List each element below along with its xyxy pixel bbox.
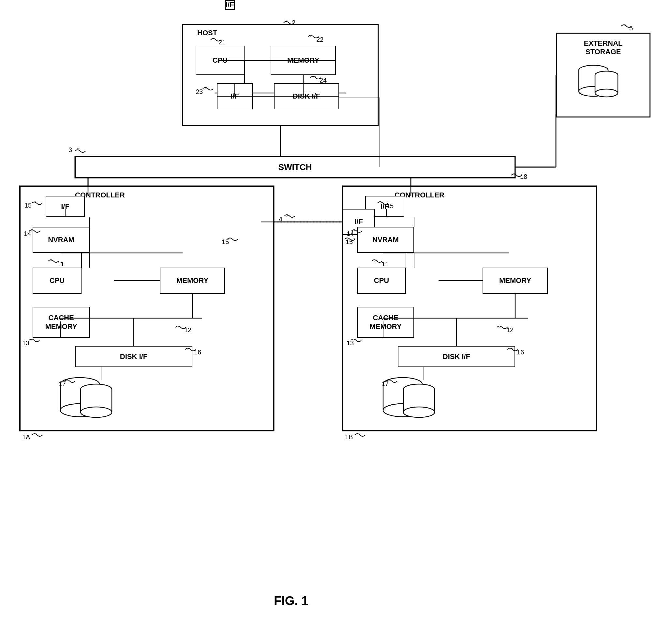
host-memory-box: MEMORY	[271, 46, 336, 75]
ctrl-right-nvram-ref: 14	[347, 230, 354, 238]
svg-point-56	[80, 407, 112, 417]
ctrl-right-disk-if-box: DISK I/F	[398, 346, 515, 367]
host-if-box: I/F	[217, 83, 253, 109]
ctrl-right-cache-ref: 13	[347, 339, 354, 347]
ctrl-left-cache-ref: 13	[22, 339, 29, 347]
ctrl-left-cache-box: CACHEMEMORY	[33, 307, 90, 338]
ctrl-left-nvram-label: NVRAM	[48, 236, 74, 244]
ctrl-left-nvram-box: NVRAM	[33, 227, 90, 253]
svg-point-66	[403, 407, 435, 417]
host-memory-label: MEMORY	[287, 56, 319, 65]
ctrl-left-if2-box: I/F	[225, 0, 235, 10]
ctrl-left-disk-if-label: DISK I/F	[120, 352, 147, 361]
external-storage-label: EXTERNALSTORAGE	[561, 39, 645, 56]
ctrl-right-cpu-box: CPU	[357, 268, 406, 294]
ctrl-right-if1-ref: 15	[386, 202, 394, 210]
host-label: HOST	[197, 29, 217, 37]
ctrl-right-disk-if-ref: 16	[517, 349, 524, 356]
ctrl-right-if2-ref: 15	[346, 238, 353, 246]
figure-label: FIG. 1	[274, 594, 308, 608]
switch-ref: 3	[69, 146, 72, 154]
switch-box: SWITCH	[75, 157, 515, 178]
host-if-ref: 23	[196, 88, 203, 96]
ctrl-left-cpu-ref: 11	[57, 261, 64, 268]
ctrl-left-disk-ref: 17	[59, 380, 66, 388]
host-disk-if-ref: 24	[320, 77, 327, 84]
ctrl-left-if1-ref: 15	[25, 202, 32, 209]
ctrl-right-memory-ref: 12	[507, 326, 514, 334]
ctrl-right-disk-if-label: DISK I/F	[443, 352, 470, 361]
ctrl-left-memory-box: MEMORY	[160, 268, 225, 294]
external-storage-ref: 5	[629, 25, 633, 32]
external-storage-cylinder	[577, 64, 620, 103]
ctrl-left-if1-label: I/F	[61, 202, 69, 211]
host-memory-ref: 22	[316, 36, 324, 43]
ctrl-left-cpu-box: CPU	[33, 268, 81, 294]
ctrl-right-cpu-label: CPU	[374, 276, 389, 285]
ctrl-left-cache-label: CACHEMEMORY	[45, 314, 77, 331]
ctrl-right-nvram-label: NVRAM	[372, 236, 399, 244]
ctrl-left-nvram-ref: 14	[24, 230, 31, 238]
host-disk-if-box: DISK I/F	[274, 83, 339, 109]
ctrl-left-if2-label: I/F	[226, 1, 234, 9]
host-cpu-ref: 21	[219, 38, 226, 46]
ctrl-right-cache-box: CACHEMEMORY	[357, 307, 414, 338]
host-cpu-label: CPU	[213, 56, 228, 65]
host-disk-if-label: DISK I/F	[293, 92, 320, 101]
ctrl-left-disk-if-ref: 16	[194, 349, 201, 356]
conn-4-ref: 4	[279, 215, 283, 223]
ctrl-right-memory-box: MEMORY	[483, 268, 548, 294]
controller-right-ref: 1B	[345, 434, 353, 441]
ctrl-right-cache-label: CACHEMEMORY	[369, 314, 401, 331]
ctrl-left-memory-ref: 12	[184, 326, 191, 334]
svg-point-46	[595, 89, 618, 97]
controller-left-ref: 1A	[22, 434, 30, 441]
ctrl-left-disk-if-box: DISK I/F	[75, 346, 192, 367]
ctrl-right-cpu-ref: 11	[381, 261, 389, 268]
ctrl-right-memory-label: MEMORY	[499, 276, 531, 285]
ctrl-left-if1-box: I/F	[46, 196, 85, 217]
host-cpu-box: CPU	[196, 46, 245, 75]
ctrl-right-if2-label: I/F	[354, 218, 363, 226]
conn-18-ref: 18	[520, 173, 527, 180]
switch-label: SWITCH	[278, 162, 312, 172]
ctrl-right-nvram-box: NVRAM	[357, 227, 414, 253]
host-if-label: I/F	[230, 92, 239, 101]
ctrl-right-disk-ref: 17	[381, 380, 389, 388]
host-ref: 2	[292, 19, 295, 27]
ctrl-left-memory-label: MEMORY	[176, 276, 208, 285]
ctrl-left-cpu-label: CPU	[49, 276, 65, 285]
